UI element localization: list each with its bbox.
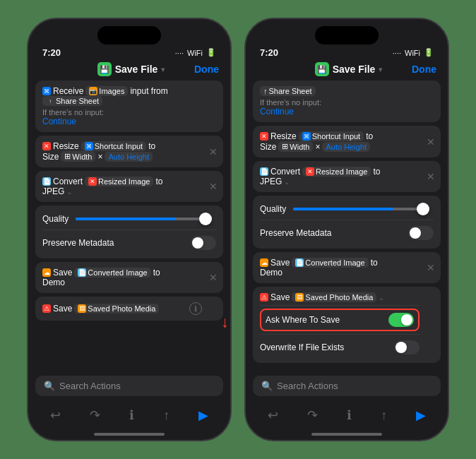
battery-icon: 🔋 bbox=[206, 48, 216, 57]
save-photo-row-1: ⚠ Save 🖼 Saved Photo Media ℹ bbox=[42, 302, 202, 315]
share-sheet-row-2: ↑ Share Sheet bbox=[260, 86, 434, 96]
images-tag[interactable]: 📷 Images bbox=[85, 86, 128, 96]
shortcut-input-tag-1[interactable]: ⌘ Shortcut Input bbox=[81, 141, 147, 151]
jpeg-chevron-2[interactable]: ⌄ bbox=[284, 178, 290, 186]
quality-slider-1[interactable] bbox=[76, 217, 209, 220]
nav-title-2: 💾 Save File ▾ bbox=[315, 62, 383, 76]
share-icon-1[interactable]: ↑ bbox=[163, 408, 169, 423]
quality-fill-1 bbox=[76, 217, 175, 220]
width-tag-2[interactable]: ⊞ Width bbox=[278, 141, 313, 152]
ask-where-toggle[interactable] bbox=[388, 313, 414, 327]
preserve-toggle-1[interactable] bbox=[191, 236, 216, 250]
resized-image-tag-1[interactable]: ✕ Resized Image bbox=[85, 177, 153, 186]
demo-row-2: Demo bbox=[260, 268, 420, 278]
dynamic-island-1 bbox=[97, 26, 161, 44]
play-icon-2[interactable]: ▶ bbox=[416, 407, 426, 423]
convert-close-1[interactable]: ✕ bbox=[209, 181, 218, 192]
auto-height-tag[interactable]: Auto Height bbox=[105, 152, 152, 162]
photo-divider-2 bbox=[260, 305, 420, 306]
redo-icon-1[interactable]: ↷ bbox=[90, 407, 100, 423]
auto-height-tag-2[interactable]: Auto Height bbox=[322, 142, 369, 152]
nav-title-text-1: Save File bbox=[115, 64, 158, 75]
resize-icon-2: ✕ bbox=[260, 132, 268, 141]
content-2: ↑ Share Sheet If there's no input: Conti… bbox=[246, 81, 448, 370]
undo-icon-2[interactable]: ↩ bbox=[268, 407, 278, 423]
overwrite-label: Overwrite If File Exists bbox=[260, 342, 344, 352]
info-icon-1[interactable]: ℹ bbox=[129, 407, 134, 423]
share-sheet-row: ↑ Share Sheet bbox=[42, 96, 216, 106]
preserve-toggle-2[interactable] bbox=[408, 226, 434, 240]
save-photo-block-2: ⚠ Save 🖼 Saved Photo Media ⌄ Ask Where T… bbox=[253, 287, 441, 363]
resize-close-1[interactable]: ✕ bbox=[209, 146, 218, 157]
resize-close-2[interactable]: ✕ bbox=[427, 136, 435, 148]
converted-image-tag-2[interactable]: 📄 Converted Image bbox=[292, 258, 368, 268]
convert-block-1: 📄 Convert ✕ Resized Image to JPEG ⌄ ✕ bbox=[35, 171, 223, 202]
status-bar-1: 7:20 ···· WiFi 🔋 bbox=[28, 44, 230, 59]
save-photo-row-2: ⚠ Save 🖼 Saved Photo Media ⌄ bbox=[260, 292, 420, 302]
ask-where-thumb bbox=[401, 314, 412, 326]
converted-icon-1: 📄 bbox=[78, 268, 86, 277]
play-icon-1[interactable]: ▶ bbox=[198, 407, 208, 423]
arrow-indicator-1: ↑ bbox=[221, 315, 229, 333]
shortcut-input-tag-2[interactable]: ⌘ Shortcut Input bbox=[299, 131, 364, 141]
search-text-2: Search Actions bbox=[277, 381, 338, 391]
save-icon-1: ☁ bbox=[42, 268, 51, 277]
overwrite-row: Overwrite If File Exists bbox=[260, 338, 420, 357]
info-icon-2[interactable]: ℹ bbox=[347, 407, 352, 423]
photo-media-tag-2[interactable]: 🖼 Saved Photo Media bbox=[292, 292, 376, 302]
nav-done-2[interactable]: Done bbox=[412, 64, 436, 75]
convert-close-2[interactable]: ✕ bbox=[427, 171, 435, 182]
nav-title-text-2: Save File bbox=[333, 64, 376, 75]
quality-thumb-2[interactable] bbox=[417, 203, 429, 215]
jpeg-chevron-1[interactable]: ⌄ bbox=[66, 188, 72, 196]
no-input-text: If there's no input: bbox=[42, 108, 216, 117]
ask-where-label: Ask Where To Save bbox=[266, 315, 340, 325]
share-sheet-partial-2: ↑ Share Sheet If there's no input: Conti… bbox=[253, 81, 441, 122]
preserve-label-2: Preserve Metadata bbox=[260, 228, 331, 238]
search-bar-2[interactable]: 🔍 Search Actions bbox=[253, 376, 441, 396]
search-icon-2: 🔍 bbox=[261, 381, 273, 391]
save-converted-close-2[interactable]: ✕ bbox=[427, 262, 435, 273]
convert-icon-2: 📄 bbox=[260, 167, 268, 176]
share-icon-2[interactable]: ↑ bbox=[381, 408, 387, 423]
photo-chevron-2[interactable]: ⌄ bbox=[379, 294, 384, 302]
phone-2: 7:20 ···· WiFi 🔋 💾 Save File ▾ Done ↑ bbox=[244, 18, 449, 441]
nav-done-1[interactable]: Done bbox=[194, 64, 219, 75]
nav-chevron-1: ▾ bbox=[161, 66, 165, 73]
wifi-icon: WiFi bbox=[187, 49, 203, 57]
redo-icon-2[interactable]: ↷ bbox=[307, 407, 318, 423]
quality-thumb-1[interactable] bbox=[199, 213, 212, 225]
overwrite-toggle[interactable] bbox=[394, 340, 420, 354]
save-converted-close-1[interactable]: ✕ bbox=[209, 272, 218, 283]
quality-label-1: Quality bbox=[42, 214, 69, 224]
save-converted-row-2: ☁ Save 📄 Converted Image to bbox=[260, 258, 420, 268]
toolbar-1: ↩ ↷ ℹ ↑ ▶ bbox=[28, 402, 230, 433]
save-icon-2: ☁ bbox=[260, 258, 268, 267]
save-photo-icon-2: ⚠ bbox=[260, 293, 268, 302]
resize-block-2: ✕ Resize ⌘ Shortcut Input to Size ⊞ Widt… bbox=[253, 126, 441, 157]
save-file-icon-2: 💾 bbox=[315, 62, 329, 76]
resize-size-row: Size ⊞ Width × Auto Height bbox=[42, 151, 202, 162]
photo-media-tag-1[interactable]: 🖼 Saved Photo Media bbox=[74, 304, 159, 314]
preserve-label-1: Preserve Metadata bbox=[42, 238, 114, 248]
converted-image-tag-1[interactable]: 📄 Converted Image bbox=[74, 268, 150, 278]
search-icon-1: 🔍 bbox=[44, 381, 55, 391]
info-button-1[interactable]: ℹ bbox=[189, 302, 202, 315]
quality-block-1: Quality Preserve Metadata bbox=[35, 205, 223, 258]
quality-row-1: Quality bbox=[42, 211, 216, 227]
undo-icon-1[interactable]: ↩ bbox=[50, 407, 61, 423]
quality-slider-2[interactable] bbox=[293, 208, 427, 210]
width-tag[interactable]: ⊞ Width bbox=[61, 151, 95, 162]
jpeg-row-2: JPEG ⌄ bbox=[260, 177, 420, 186]
share-sheet-tag-2[interactable]: ↑ Share Sheet bbox=[260, 86, 316, 96]
preserve-row-1: Preserve Metadata bbox=[42, 233, 216, 253]
convert-row-1: 📄 Convert ✕ Resized Image to bbox=[42, 177, 202, 186]
convert-block-2: 📄 Convert ✕ Resized Image to JPEG ⌄ ✕ bbox=[253, 161, 441, 192]
search-bar-1[interactable]: 🔍 Search Actions bbox=[35, 376, 223, 396]
save-photo-icon-1: ⚠ bbox=[42, 304, 51, 313]
ask-where-row: Ask Where To Save bbox=[260, 309, 420, 331]
resized-image-tag-2[interactable]: ✕ Resized Image bbox=[302, 167, 371, 177]
share-sheet-tag[interactable]: ↑ Share Sheet bbox=[42, 96, 102, 106]
continue-text-1[interactable]: Continue bbox=[42, 117, 216, 126]
continue-text-2[interactable]: Continue bbox=[260, 107, 434, 117]
